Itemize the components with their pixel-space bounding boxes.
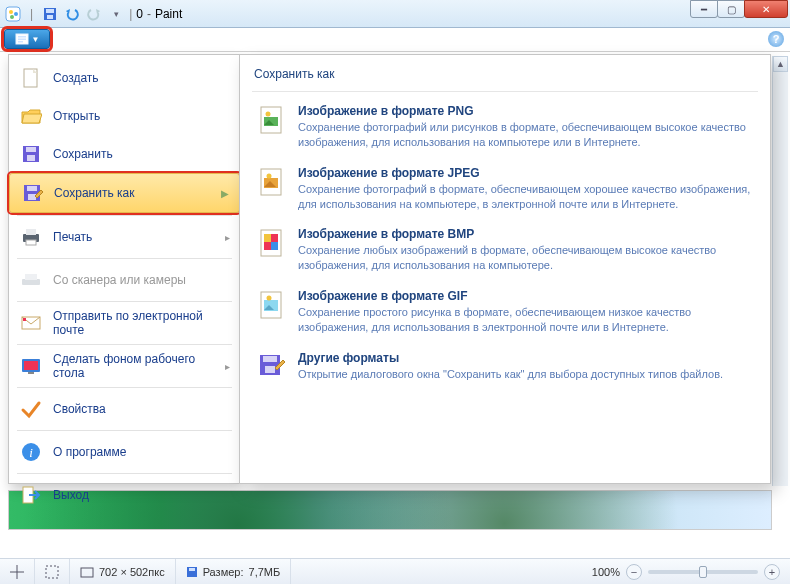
save-as-icon: [20, 181, 44, 205]
document-icon: [15, 33, 29, 45]
size-value: 7,7МБ: [249, 566, 281, 578]
save-icon[interactable]: [41, 5, 59, 23]
ribbon-tabstrip: ▼ ?: [0, 28, 790, 52]
svg-rect-45: [263, 356, 277, 362]
minimize-button[interactable]: ━: [690, 0, 718, 18]
menu-item-print[interactable]: Печать ▸: [9, 218, 240, 256]
zoom-slider-thumb[interactable]: [699, 566, 707, 578]
menu-label: Открыть: [53, 109, 230, 123]
menu-label: Со сканера или камеры: [53, 273, 230, 287]
app-menu-button[interactable]: ▼: [4, 29, 50, 49]
menu-item-about[interactable]: i О программе: [9, 433, 240, 471]
submenu-item-bmp[interactable]: Изображение в формате BMP Сохранение люб…: [252, 221, 758, 283]
gif-file-icon: [256, 289, 288, 321]
qat-separator: |: [30, 7, 33, 21]
menu-item-email[interactable]: Отправить по электронной почте: [9, 304, 240, 342]
menu-item-properties[interactable]: Свойства: [9, 390, 240, 428]
bmp-file-icon: [256, 227, 288, 259]
status-bar: 702 × 502пкс Размер: 7,7МБ 100% − +: [0, 558, 790, 584]
svg-point-43: [267, 296, 272, 301]
scroll-up-icon[interactable]: ▲: [773, 56, 788, 72]
submenu-item-title: Изображение в формате PNG: [298, 104, 754, 118]
zoom-slider[interactable]: [648, 570, 758, 574]
zoom-level-text: 100%: [592, 566, 620, 578]
svg-rect-14: [27, 155, 35, 161]
svg-rect-39: [264, 234, 271, 242]
submenu-item-other-formats[interactable]: Другие форматы Открытие диалогового окна…: [252, 345, 758, 393]
window-controls: ━ ▢ ✕: [691, 0, 788, 18]
submenu-item-desc: Сохранение простого рисунка в формате, о…: [298, 305, 754, 335]
title-bar: | ▾ | 0 - Paint ━ ▢ ✕: [0, 0, 790, 28]
maximize-button[interactable]: ▢: [717, 0, 745, 18]
menu-label: Свойства: [53, 402, 230, 416]
exit-icon: [19, 483, 43, 507]
menu-label: Печать: [53, 230, 215, 244]
menu-label: Сохранить как: [54, 186, 211, 200]
svg-rect-27: [28, 372, 34, 374]
submenu-chevron-icon: ▶: [221, 188, 229, 199]
qat-customize-icon[interactable]: ▾: [107, 5, 125, 23]
submenu-item-title: Изображение в формате JPEG: [298, 166, 754, 180]
svg-rect-10: [18, 41, 23, 43]
submenu-chevron-icon: ▸: [225, 232, 230, 243]
submenu-item-title: Изображение в формате GIF: [298, 289, 754, 303]
svg-rect-8: [18, 36, 26, 38]
dimensions-icon: [80, 565, 94, 579]
submenu-item-desc: Открытие диалогового окна "Сохранить как…: [298, 367, 723, 382]
svg-rect-17: [28, 194, 36, 200]
selection-size-icon: [45, 565, 59, 579]
svg-point-33: [266, 112, 271, 117]
svg-rect-9: [18, 39, 26, 41]
svg-rect-6: [47, 15, 53, 19]
document-title: 0: [136, 7, 143, 21]
menu-item-new[interactable]: Создать: [9, 59, 240, 97]
submenu-item-desc: Сохранение фотографий в формате, обеспеч…: [298, 182, 754, 212]
desktop-wallpaper-icon: [19, 354, 43, 378]
undo-icon[interactable]: [63, 5, 81, 23]
disk-icon: [186, 566, 198, 578]
svg-rect-20: [26, 240, 36, 245]
redo-icon[interactable]: [85, 5, 103, 23]
svg-point-36: [267, 173, 272, 178]
quick-access-toolbar: | ▾: [4, 5, 125, 23]
svg-rect-26: [24, 361, 38, 370]
svg-rect-52: [189, 568, 195, 571]
help-button[interactable]: ?: [768, 31, 784, 47]
app-menu: Создать Открыть Сохранить Сохранить как …: [8, 54, 240, 484]
submenu-item-jpeg[interactable]: Изображение в формате JPEG Сохранение фо…: [252, 160, 758, 222]
submenu-item-gif[interactable]: Изображение в формате GIF Сохранение про…: [252, 283, 758, 345]
close-button[interactable]: ✕: [744, 0, 788, 18]
dimensions-text: 702 × 502пкс: [99, 566, 165, 578]
save-as-submenu: Сохранить как Изображение в формате PNG …: [239, 54, 771, 484]
svg-rect-19: [26, 229, 36, 235]
status-filesize-cell: Размер: 7,7МБ: [176, 559, 292, 584]
svg-rect-24: [23, 318, 26, 321]
svg-point-2: [14, 12, 18, 16]
menu-label: О программе: [53, 445, 230, 459]
svg-text:i: i: [29, 445, 33, 460]
menu-item-set-wallpaper[interactable]: Сделать фоном рабочего стола ▸: [9, 347, 240, 385]
jpeg-file-icon: [256, 166, 288, 198]
new-file-icon: [19, 66, 43, 90]
menu-label: Сохранить: [53, 147, 230, 161]
zoom-control: 100% − +: [582, 564, 790, 580]
submenu-item-png[interactable]: Изображение в формате PNG Сохранение фот…: [252, 98, 758, 160]
status-selection-cell: [35, 559, 70, 584]
vertical-scrollbar[interactable]: ▲: [772, 56, 788, 486]
menu-item-scanner: Со сканера или камеры: [9, 261, 240, 299]
svg-rect-22: [25, 274, 37, 280]
size-label: Размер:: [203, 566, 244, 578]
checkmark-icon: [19, 397, 43, 421]
zoom-in-button[interactable]: +: [764, 564, 780, 580]
submenu-chevron-icon: ▸: [225, 361, 230, 372]
menu-item-open[interactable]: Открыть: [9, 97, 240, 135]
menu-item-save-as[interactable]: Сохранить как ▶: [9, 173, 240, 213]
zoom-out-button[interactable]: −: [626, 564, 642, 580]
save-disk-icon: [19, 142, 43, 166]
menu-item-exit[interactable]: Выход: [9, 476, 240, 514]
svg-rect-5: [46, 9, 54, 13]
cursor-position-icon: [10, 565, 24, 579]
svg-rect-46: [265, 366, 275, 373]
menu-item-save[interactable]: Сохранить: [9, 135, 240, 173]
menu-label: Выход: [53, 488, 230, 502]
